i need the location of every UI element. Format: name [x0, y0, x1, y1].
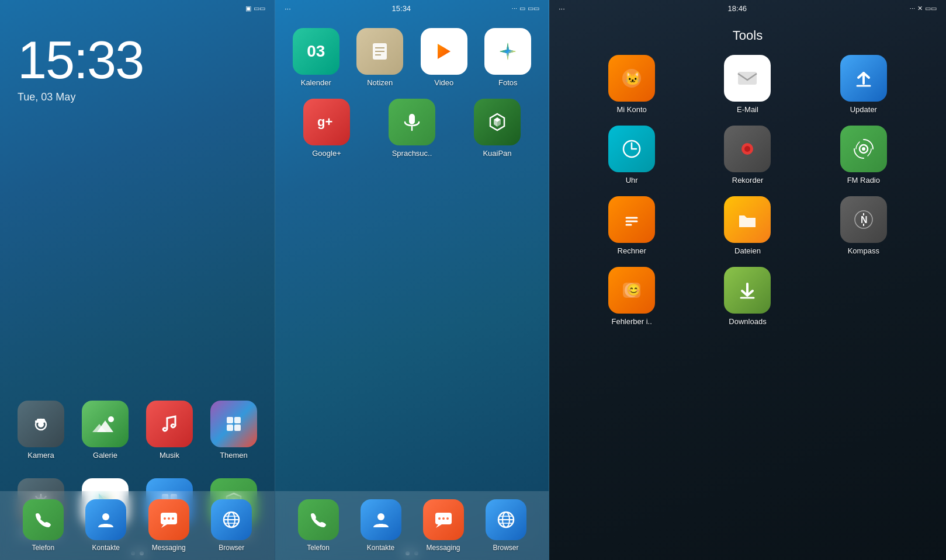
app-fehlerbericht[interactable]: 😊 Fehlerber i..	[608, 267, 655, 326]
app-sprachsuche[interactable]: Sprachsuc..	[372, 99, 452, 158]
messaging2-icon	[423, 499, 464, 540]
browser-label: Browser	[219, 544, 244, 552]
messaging2-label: Messaging	[426, 544, 460, 552]
galerie-icon	[82, 401, 129, 447]
rechner-label: Rechner	[618, 246, 646, 255]
svg-rect-8	[234, 417, 241, 423]
app-uhr[interactable]: Uhr	[608, 126, 655, 185]
app-downloads[interactable]: Downloads	[724, 267, 771, 326]
kontakte2-label: Kontakte	[367, 544, 394, 552]
uhr-label: Uhr	[626, 176, 638, 185]
status-bar-left: ▣ ▭▭	[0, 0, 275, 16]
app-google-plus[interactable]: g+ Google+	[287, 99, 366, 158]
panel-right: ··· 18:46 ··· ✕ ▭▭ Tools 🐱 Mi Konto	[549, 0, 946, 560]
app-fm-radio[interactable]: FM Radio	[840, 126, 887, 185]
email-label: E-Mail	[737, 105, 758, 114]
svg-marker-44	[436, 524, 442, 528]
dock-kontakte2[interactable]: Kontakte	[361, 499, 401, 552]
kalender-icon: 03	[293, 28, 339, 75]
status-left-right: ···	[559, 4, 565, 13]
svg-point-42	[377, 513, 384, 520]
svg-text:🐱: 🐱	[625, 71, 641, 86]
dock-telefon2[interactable]: Telefon	[298, 499, 339, 552]
google-plus-label: Google+	[312, 149, 341, 158]
svg-rect-55	[738, 72, 757, 85]
dock-messaging[interactable]: Messaging	[148, 499, 189, 552]
right-row2: Uhr Rekorder FM	[549, 120, 946, 190]
app-email[interactable]: E-Mail	[724, 55, 771, 114]
clock-area: 15:33 Tue, 03 May	[0, 16, 275, 109]
downloads-label: Downloads	[729, 317, 766, 326]
app-mi-konto[interactable]: 🐱 Mi Konto	[608, 55, 655, 114]
svg-rect-3	[35, 420, 38, 423]
app-notizen[interactable]: Notizen	[351, 28, 410, 87]
fehlerbericht-icon: 😊	[608, 267, 655, 314]
status-time-middle: 15:34	[392, 4, 411, 13]
themen-icon	[210, 401, 257, 447]
dock-middle: Telefon Kontakte Messaging	[275, 491, 549, 560]
status-time-right: 18:46	[728, 4, 747, 13]
app-galerie[interactable]: Galerie	[76, 401, 134, 460]
mid-top-grid: 03 Kalender Notizen	[275, 16, 549, 93]
dock-browser[interactable]: Browser	[211, 499, 252, 552]
status-icons-left: ▣ ▭▭	[245, 5, 265, 12]
fotos-label: Fotos	[498, 78, 518, 87]
clock-time: 15:33	[18, 34, 257, 86]
svg-point-45	[438, 517, 441, 520]
app-kalender[interactable]: 03 Kalender	[287, 28, 345, 87]
app-rekorder[interactable]: Rekorder	[724, 126, 771, 185]
telefon-icon	[23, 499, 64, 540]
app-musik[interactable]: Musik	[140, 401, 199, 460]
kontakte-label: Kontakte	[92, 544, 120, 552]
status-left-mid: ···	[285, 4, 291, 13]
svg-text:N: N	[861, 215, 868, 225]
dock-messaging2[interactable]: Messaging	[423, 499, 464, 552]
app-kamera[interactable]: Kamera	[12, 401, 70, 460]
app-video[interactable]: Video	[415, 28, 473, 87]
app-kuaipan[interactable]: KuaiPan	[458, 99, 537, 158]
kuaipan-icon	[474, 99, 521, 145]
app-kompass[interactable]: N Kompass	[840, 196, 887, 255]
browser-icon	[211, 499, 252, 540]
app-fotos[interactable]: Fotos	[479, 28, 538, 87]
messaging-icon	[148, 499, 189, 540]
svg-rect-10	[234, 425, 241, 431]
fotos-icon	[484, 28, 531, 75]
svg-point-23	[102, 513, 109, 520]
kompass-icon: N	[840, 196, 887, 243]
svg-point-46	[442, 517, 445, 520]
panel-left: ▣ ▭▭ 15:33 Tue, 03 May Kamera	[0, 0, 275, 560]
rekorder-label: Rekorder	[732, 176, 763, 185]
email-icon	[724, 55, 771, 102]
dock-kontakte[interactable]: Kontakte	[85, 499, 126, 552]
app-grid-left-row1: Kamera Galerie Musik	[0, 391, 275, 469]
dock-telefon[interactable]: Telefon	[23, 499, 64, 552]
app-rechner[interactable]: Rechner	[608, 196, 655, 255]
kuaipan-label: KuaiPan	[483, 149, 511, 158]
messaging-label: Messaging	[152, 544, 186, 552]
svg-rect-9	[227, 425, 233, 431]
svg-point-26	[164, 517, 166, 520]
clock-date: Tue, 03 May	[18, 91, 257, 103]
panel-middle: ··· 15:34 ··· ▭ ▭▭ 03 Kalender	[275, 0, 549, 560]
mi-konto-label: Mi Konto	[617, 105, 647, 114]
telefon2-icon	[298, 499, 339, 540]
app-updater[interactable]: Updater	[840, 55, 887, 114]
app-dateien[interactable]: Dateien	[724, 196, 771, 255]
kontakte-icon	[85, 499, 126, 540]
themen-label: Themen	[220, 451, 248, 460]
fehlerbericht-label: Fehlerber i..	[611, 317, 652, 326]
kamera-label: Kamera	[27, 451, 54, 460]
dateien-label: Dateien	[734, 246, 761, 255]
video-label: Video	[434, 78, 453, 87]
browser2-icon	[486, 499, 526, 540]
dock-browser2[interactable]: Browser	[486, 499, 526, 552]
svg-rect-2	[37, 419, 45, 423]
app-themen[interactable]: Themen	[205, 401, 263, 460]
galerie-label: Galerie	[93, 451, 117, 460]
svg-point-63	[862, 147, 865, 151]
musik-label: Musik	[160, 451, 179, 460]
dock-left: Telefon Kontakte Messaging	[0, 491, 275, 560]
svg-rect-40	[409, 114, 415, 124]
svg-point-28	[172, 517, 174, 520]
